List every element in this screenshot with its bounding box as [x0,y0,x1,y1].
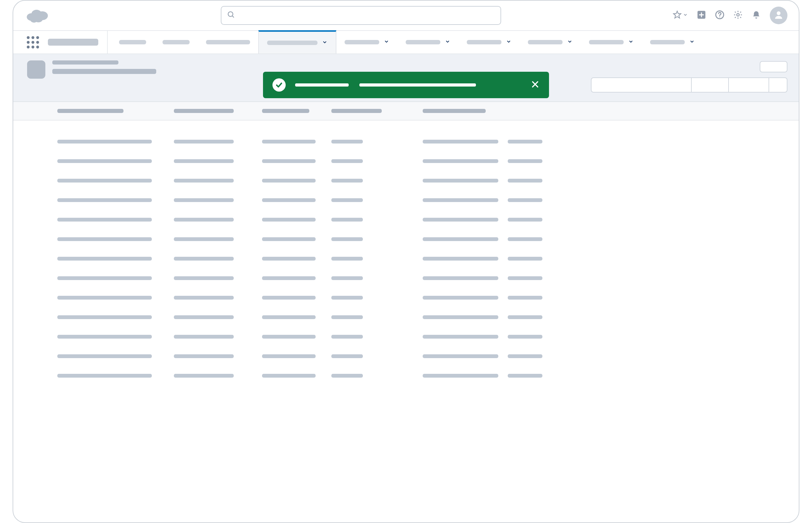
col-4[interactable] [331,109,382,113]
search-input[interactable] [239,11,495,20]
cell [423,257,498,260]
nav-tabs [111,31,703,54]
action-segment-1[interactable] [591,77,692,92]
chevron-down-icon [322,39,328,46]
col-5[interactable] [423,109,486,113]
list-table [13,102,799,522]
table-row[interactable] [57,171,799,191]
cell [423,179,498,182]
app-launcher[interactable] [23,31,42,54]
gear-icon [733,10,743,21]
cell [508,296,542,300]
cell [57,257,152,260]
cell [57,179,152,182]
cell [331,159,363,163]
cell [262,179,316,182]
action-segment-3[interactable] [728,77,769,92]
action-segment-4[interactable] [768,77,788,92]
favorites-button[interactable] [673,11,688,20]
nav-tab-4[interactable] [336,31,397,54]
table-row[interactable] [57,210,799,229]
table-row[interactable] [57,327,799,346]
header-small-button[interactable] [760,61,788,72]
table-row[interactable] [57,366,799,385]
table-row[interactable] [57,132,799,151]
success-toast [263,72,549,98]
waffle-icon [27,36,39,49]
global-add-button[interactable] [697,10,706,21]
svg-point-4 [30,16,38,23]
setup-button[interactable] [733,10,743,21]
star-icon [673,11,681,20]
cell [57,237,152,241]
table-row[interactable] [57,191,799,210]
cell [508,315,542,319]
cell [331,179,363,182]
col-1[interactable] [57,109,123,113]
nav-tab-6[interactable] [459,31,520,54]
cell [174,198,234,202]
toast-close-button[interactable] [531,80,539,90]
cell [262,374,316,378]
cell [423,315,498,319]
nav-tab-7[interactable] [520,31,581,54]
person-icon [773,10,784,21]
cell [423,335,498,339]
nav-tab-0[interactable] [111,31,154,54]
notifications-button[interactable] [751,10,761,21]
nav-tab-3[interactable] [258,30,336,54]
chevron-down-icon [506,39,512,46]
object-icon [27,60,45,79]
nav-tab-label [528,40,563,44]
cell [174,335,234,339]
cell [508,218,542,221]
nav-tab-label [162,40,190,44]
global-header [13,1,799,31]
object-titles [52,60,156,74]
cell [174,237,234,241]
chevron-down-icon [384,39,389,46]
cell [423,159,498,163]
cell [262,354,316,358]
table-body [13,121,799,385]
cell [331,296,363,300]
list-view-title[interactable] [52,69,156,74]
nav-tab-label [206,40,250,44]
chevron-down-icon [689,39,695,46]
table-row[interactable] [57,249,799,268]
col-2[interactable] [174,109,234,113]
nav-tab-label [345,40,379,44]
chevron-down-icon [445,39,450,46]
page-header-actions [591,60,788,92]
user-avatar[interactable] [770,6,788,24]
nav-tab-9[interactable] [642,31,703,54]
question-icon [715,10,724,21]
table-row[interactable] [57,151,799,171]
nav-tab-1[interactable] [154,31,198,54]
search-box[interactable] [221,6,501,25]
table-row[interactable] [57,307,799,327]
app-frame [13,0,799,523]
cell [331,335,363,339]
nav-tab-2[interactable] [198,31,258,54]
svg-marker-7 [673,11,681,18]
svg-point-12 [777,11,780,15]
action-segment-2[interactable] [691,77,729,92]
cell [423,140,498,144]
cell [57,198,152,202]
table-row[interactable] [57,288,799,307]
table-row[interactable] [57,268,799,288]
nav-tab-8[interactable] [581,31,642,54]
nav-tab-label [650,40,685,44]
help-button[interactable] [715,10,724,21]
cell [262,140,316,144]
col-3[interactable] [262,109,309,113]
cell [508,140,542,144]
cell [262,296,316,300]
cell [331,237,363,241]
nav-tab-5[interactable] [397,31,459,54]
cell [508,335,542,339]
cell [57,335,152,339]
table-row[interactable] [57,346,799,366]
table-row[interactable] [57,229,799,249]
